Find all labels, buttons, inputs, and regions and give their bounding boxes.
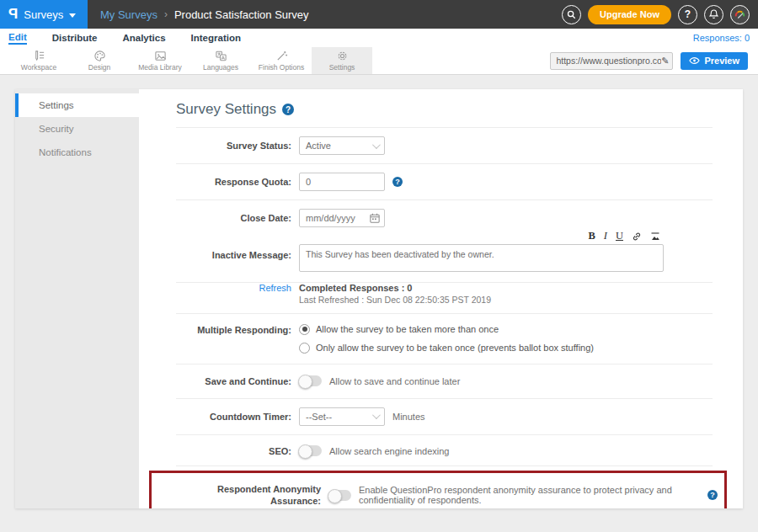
palette-icon xyxy=(93,50,106,62)
settings-panel: Settings Security Notifications Survey S… xyxy=(15,89,743,508)
save-continue-label: Save and Continue: xyxy=(176,375,299,387)
completed-responses: Completed Responses : 0 xyxy=(299,283,491,293)
survey-nav: Edit Distribute Analytics Integration Re… xyxy=(0,29,758,47)
sidebar-item-security[interactable]: Security xyxy=(15,117,139,141)
settings-content: Survey Settings ? Survey Status: Active … xyxy=(139,89,743,508)
inactive-message-textarea[interactable]: This Survey has been deactivated by the … xyxy=(299,244,664,272)
survey-url-input[interactable] xyxy=(556,56,661,66)
multiple-responding-options: Allow the survey to be taken more than o… xyxy=(299,324,594,354)
magic-wand-icon xyxy=(275,50,288,62)
response-quota-label: Response Quota: xyxy=(176,176,299,188)
preview-button[interactable]: Preview xyxy=(681,52,748,70)
sidebar-item-settings[interactable]: Settings xyxy=(15,93,139,117)
avatar-pencil-icon xyxy=(734,8,746,21)
search-button[interactable] xyxy=(562,5,581,24)
save-continue-row: Save and Continue: Allow to save and con… xyxy=(176,364,713,399)
page-body: Settings Security Notifications Survey S… xyxy=(0,75,758,508)
edit-toolbar: Workspace Design Media Library Languages… xyxy=(0,47,758,75)
tab-integration[interactable]: Integration xyxy=(191,33,241,43)
seo-label: SEO: xyxy=(176,445,299,457)
inactive-message-editor: B I U This Survey has been deactivated b… xyxy=(299,231,713,275)
tool-label: Finish Options xyxy=(259,63,304,72)
insert-link-button[interactable] xyxy=(632,231,642,242)
link-icon xyxy=(632,231,642,242)
settings-sidebar: Settings Security Notifications xyxy=(15,89,139,508)
help-button[interactable]: ? xyxy=(678,5,697,24)
product-switcher[interactable]: P Surveys xyxy=(0,0,88,29)
countdown-timer-label: Countdown Timer: xyxy=(176,411,299,423)
italic-button[interactable]: I xyxy=(604,231,607,242)
calendar-icon[interactable] xyxy=(370,213,380,223)
tool-design[interactable]: Design xyxy=(69,47,130,74)
edit-url-icon[interactable]: ✎ xyxy=(661,56,669,66)
translate-icon xyxy=(215,50,227,62)
close-date-field xyxy=(299,209,385,227)
survey-settings-help-icon[interactable]: ? xyxy=(282,104,294,115)
user-avatar[interactable] xyxy=(730,5,750,24)
radio-allow-once[interactable]: Only allow the survey to be taken once (… xyxy=(299,343,594,354)
survey-url-area: ✎ Preview xyxy=(550,47,758,74)
tool-finish-options[interactable]: Finish Options xyxy=(251,47,312,74)
multiple-responding-row: Multiple Responding: Allow the survey to… xyxy=(176,314,713,364)
save-continue-text: Allow to save and continue later xyxy=(329,376,460,386)
breadcrumb-current-survey: Product Satisfaction Survey xyxy=(174,8,309,21)
tab-edit[interactable]: Edit xyxy=(8,32,27,45)
tool-label: Media Library xyxy=(138,63,182,72)
response-quota-help-icon[interactable]: ? xyxy=(392,177,403,187)
tab-distribute[interactable]: Distribute xyxy=(52,33,98,43)
tool-workspace[interactable]: Workspace xyxy=(8,47,69,74)
seo-row: SEO: Allow search engine indexing xyxy=(176,435,713,466)
close-date-label: Close Date: xyxy=(176,212,299,224)
radio-selected-icon xyxy=(299,324,310,335)
respondent-anonymity-row: Respondent Anonymity Assurance: Enable Q… xyxy=(149,471,727,508)
chevron-down-icon xyxy=(372,141,381,149)
search-icon xyxy=(567,10,576,19)
survey-status-row: Survey Status: Active xyxy=(176,128,713,164)
tool-label: Languages xyxy=(203,63,238,72)
toolbar-spacer xyxy=(372,47,550,74)
gear-icon xyxy=(336,50,349,62)
tool-settings[interactable]: Settings xyxy=(312,47,372,74)
survey-status-label: Survey Status: xyxy=(176,140,299,152)
refresh-row: Refresh Completed Responses : 0 Last Ref… xyxy=(176,283,713,314)
respondent-anonymity-text: Enable QuestionPro respondent anonymity … xyxy=(359,485,700,505)
sidebar-item-notifications[interactable]: Notifications xyxy=(15,141,139,164)
close-date-row: Close Date: xyxy=(176,200,713,229)
response-quota-input[interactable] xyxy=(299,173,385,191)
notifications-button[interactable] xyxy=(704,5,723,24)
rich-text-toolbar: B I U xyxy=(299,231,664,244)
page-title: Survey Settings ? xyxy=(176,101,713,128)
tab-analytics[interactable]: Analytics xyxy=(122,33,165,43)
seo-toggle[interactable] xyxy=(299,445,322,456)
tool-languages[interactable]: Languages xyxy=(190,47,251,74)
respondent-anonymity-help-icon[interactable]: ? xyxy=(707,490,718,500)
refresh-link[interactable]: Refresh xyxy=(176,283,299,293)
eye-icon xyxy=(689,56,700,65)
save-continue-toggle[interactable] xyxy=(299,375,322,386)
top-bar: P Surveys My Surveys › Product Satisfact… xyxy=(0,0,758,29)
bold-button[interactable]: B xyxy=(588,231,595,242)
multiple-responding-label: Multiple Responding: xyxy=(176,324,299,336)
countdown-timer-select[interactable]: --Set-- xyxy=(299,407,385,426)
insert-image-button[interactable] xyxy=(650,231,660,242)
respondent-anonymity-toggle[interactable] xyxy=(328,490,351,501)
upgrade-now-button[interactable]: Upgrade Now xyxy=(588,5,671,24)
survey-url-box: ✎ xyxy=(550,52,673,70)
radio-unselected-icon xyxy=(299,343,310,354)
chevron-down-icon xyxy=(372,411,381,419)
bell-icon xyxy=(709,9,718,19)
last-refreshed: Last Refreshed : Sun Dec 08 22:50:35 PST… xyxy=(299,295,491,305)
tool-label: Settings xyxy=(329,63,355,72)
breadcrumb-my-surveys[interactable]: My Surveys xyxy=(100,8,157,21)
inactive-message-label: Inactive Message: xyxy=(176,231,299,261)
underline-button[interactable]: U xyxy=(616,231,623,242)
response-quota-row: Response Quota: ? xyxy=(176,164,713,200)
questionpro-logo-icon: P xyxy=(8,6,18,23)
tool-media-library[interactable]: Media Library xyxy=(130,47,190,74)
radio-label: Only allow the survey to be taken once (… xyxy=(316,343,594,353)
radio-allow-multiple[interactable]: Allow the survey to be taken more than o… xyxy=(299,324,594,335)
inactive-message-row: Inactive Message: B I U This Survey has … xyxy=(176,229,713,283)
survey-status-select[interactable]: Active xyxy=(299,136,385,155)
survey-status-value: Active xyxy=(306,141,331,151)
tool-label: Design xyxy=(88,63,110,72)
